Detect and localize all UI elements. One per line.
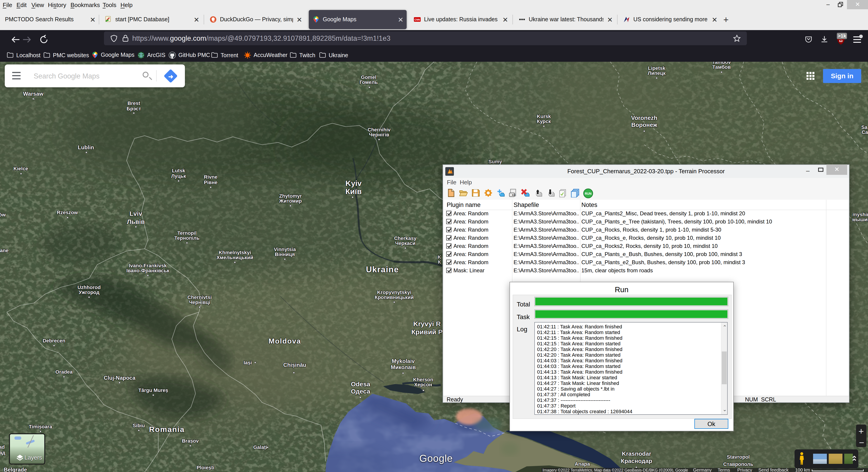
svg-text:CNN: CNN: [414, 18, 420, 21]
svg-text:RUN: RUN: [585, 192, 592, 196]
svg-text:x2: x2: [512, 193, 515, 197]
